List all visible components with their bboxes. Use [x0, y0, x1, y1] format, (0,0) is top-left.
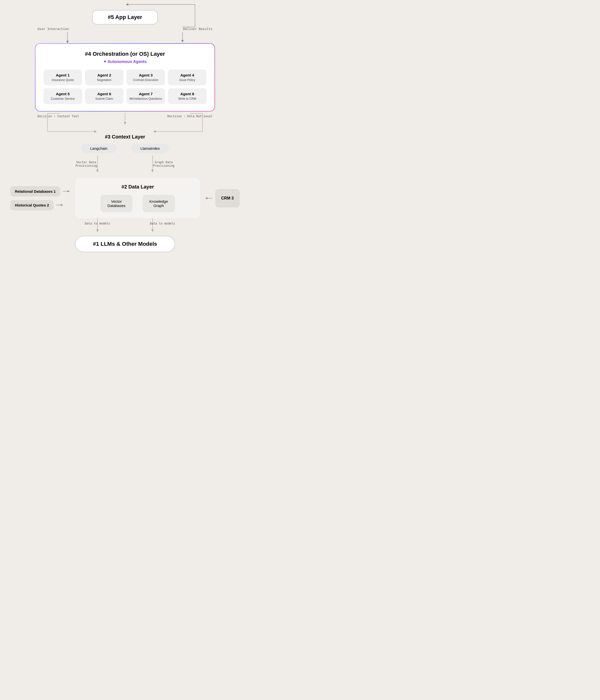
top-arrow-area: User Interaction Deliver Results: [35, 25, 215, 43]
agent-8-name: Agent 8: [171, 92, 204, 96]
relational-db-box: Relational Databases 1: [10, 186, 60, 197]
agent-7-box: Agent 7 Michellanious Questions: [126, 88, 165, 104]
dtm-left-label: Data to models: [84, 222, 111, 225]
svg-marker-3: [126, 3, 128, 6]
dtm-arrows-svg: [35, 218, 215, 236]
svg-marker-11: [151, 170, 154, 172]
agent-2-name: Agent 2: [88, 73, 121, 77]
svg-marker-5: [153, 130, 156, 133]
svg-marker-4: [94, 130, 97, 133]
svg-marker-2: [181, 40, 184, 43]
provisioning-svg: [35, 155, 215, 178]
agent-4-role: Issue Policy: [171, 78, 204, 82]
orch-title: #4 Orchestration (or OS) Layer: [44, 51, 206, 57]
data-boxes-row: Vector Databases Knowledge Graph: [100, 195, 175, 212]
svg-marker-19: [96, 229, 99, 232]
agent-7-name: Agent 7: [129, 92, 162, 96]
agent-3-name: Agent 3: [129, 73, 162, 77]
agent-1-role: Insurance Quote: [46, 78, 79, 82]
agent-5-role: Customer Service: [46, 97, 79, 100]
data-left-boxes: Relational Databases 1 Historical Quotes…: [10, 186, 70, 210]
svg-marker-13: [68, 190, 70, 192]
data-layer-center: #2 Data Layer Vector Databases Knowledge…: [75, 178, 200, 218]
svg-marker-1: [66, 41, 69, 43]
agent-4-name: Agent 4: [171, 73, 204, 77]
context-tools-row: Langchain LlamaIndex: [81, 144, 169, 153]
data-section-wrapper: Relational Databases 1 Historical Quotes…: [5, 178, 245, 218]
provisioning-row: Vector Data Provisioning Graph Data Prov…: [35, 155, 215, 178]
dtm-right-label: Data to models: [149, 222, 176, 225]
data-right-box: CRM 3: [205, 189, 240, 207]
data-title: #2 Data Layer: [122, 184, 154, 190]
llm-layer-box: #1 LLMs & Other Models: [75, 236, 175, 252]
historical-arrow-icon: [56, 202, 64, 207]
app-layer-box: #5 App Layer: [92, 10, 157, 25]
agent-2-role: Negotation: [88, 78, 121, 82]
svg-marker-15: [61, 204, 63, 206]
decision-arrows-svg: [35, 111, 215, 134]
agent-3-role: Contract Execution: [129, 78, 162, 82]
agent-2-box: Agent 2 Negotation: [85, 70, 124, 85]
context-section: #3 Context Layer Langchain LlamaIndex: [35, 134, 215, 155]
agent-8-box: Agent 8 Write to CRM: [168, 88, 206, 104]
agent-1-name: Agent 1: [46, 73, 79, 77]
crm-arrow-icon: [205, 196, 213, 201]
orchestration-layer: #4 Orchestration (or OS) Layer ✦ Autonom…: [35, 43, 215, 111]
svg-marker-7: [124, 122, 126, 125]
llamaindex-box: LlamaIndex: [131, 144, 169, 153]
historical-quotes-box: Historical Quotes 2: [10, 200, 53, 210]
orch-subtitle: ✦ Autonomous Agents: [44, 59, 206, 64]
svg-marker-17: [205, 197, 207, 199]
agent-3-box: Agent 3 Contract Execution: [126, 70, 165, 85]
vector-db-box: Vector Databases: [100, 195, 132, 212]
graph-provisioning-label: Graph Data Provisioning: [152, 160, 175, 168]
knowledge-graph-box: Knowledge Graph: [143, 195, 175, 212]
agent-8-role: Write to CRM: [171, 97, 204, 100]
context-title: #3 Context Layer: [105, 134, 145, 140]
crm-box: CRM 3: [215, 189, 240, 207]
svg-marker-9: [96, 170, 99, 172]
agent-7-role: Michellanious Questions: [129, 97, 162, 100]
agent-1-box: Agent 1 Insurance Quote: [44, 70, 82, 85]
agent-6-name: Agent 6: [88, 92, 121, 96]
decision-row: Decision : Context Tool Decision : Data …: [35, 111, 215, 134]
relational-arrow-icon: [63, 189, 70, 194]
agent-6-box: Agent 6 Submit Claim: [85, 88, 124, 104]
agents-grid: Agent 1 Insurance Quote Agent 2 Negotati…: [44, 70, 206, 104]
data-to-models-row: Data to models Data to models: [35, 218, 215, 236]
vector-provisioning-label: Vector Data Provisioning: [75, 160, 98, 168]
langchain-box: Langchain: [81, 144, 117, 153]
architecture-diagram: #5 App Layer User Interaction Deliver Re…: [5, 10, 245, 252]
svg-marker-21: [151, 229, 154, 232]
top-arrows-svg: [35, 25, 215, 43]
agent-5-box: Agent 5 Customer Service: [44, 88, 82, 104]
agent-4-box: Agent 4 Issue Policy: [168, 70, 206, 85]
app-layer-row: #5 App Layer: [5, 10, 245, 25]
agent-6-role: Submit Claim: [88, 97, 121, 100]
agent-5-name: Agent 5: [46, 92, 79, 96]
